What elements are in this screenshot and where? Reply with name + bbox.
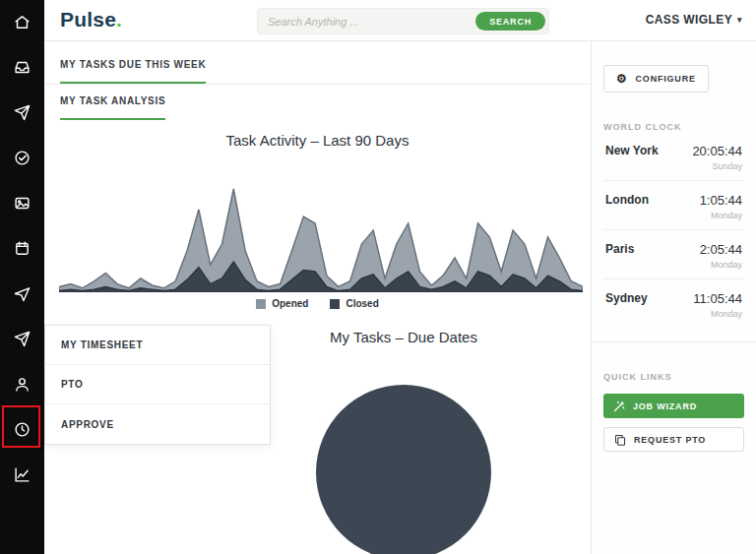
legend-label-closed: Closed [346,298,378,309]
city-day: Monday [693,309,742,319]
city-name: London [605,193,649,207]
menu-item-my-timesheet[interactable]: MY TIMESHEET [45,326,270,365]
legend-item-closed: Closed [330,298,378,309]
request-pto-label: REQUEST PTO [634,435,706,445]
job-wizard-button[interactable]: JOB WIZARD [603,394,744,418]
top-header: Pulse. SEARCH CASS WIGLEY ▾ [44,0,756,41]
city-time: 20:05:44 [692,144,742,158]
city-time: 1:05:44 [700,193,742,208]
tab-my-task-analysis[interactable]: MY TASK ANALYSIS [60,95,165,120]
rocket-icon[interactable] [14,330,32,347]
city-name: Paris [605,242,634,256]
right-sidebar: ⚙ CONFIGURE WORLD CLOCK New York 20:05:4… [591,41,756,554]
pie-chart-title: My Tasks – Due Dates [217,329,591,345]
logo-text: Pulse [60,8,116,31]
tasks-due-tab-row: MY TASKS DUE THIS WEEK [44,41,591,85]
search-input[interactable] [268,9,465,33]
app-window: Pulse. SEARCH CASS WIGLEY ▾ MY TASKS DUE… [0,0,756,554]
left-sidebar [0,0,44,554]
main-content: MY TASKS DUE THIS WEEK MY TASK ANALYSIS … [44,41,591,554]
magic-wand-icon [613,400,625,412]
user-name: CASS WIGLEY [646,13,732,27]
user-icon[interactable] [14,375,32,393]
legend-item-opened: Opened [256,298,308,309]
configure-label: CONFIGURE [636,74,696,84]
gear-icon: ⚙ [616,72,628,86]
city-name: Sydney [605,291,648,305]
clock-row-paris: Paris 2:05:44 Monday [603,230,744,279]
app-logo[interactable]: Pulse. [60,8,122,31]
request-pto-button[interactable]: REQUEST PTO [603,427,744,452]
world-clock-heading: WORLD CLOCK [603,122,744,132]
clock-row-new-york: New York 20:05:44 Sunday [603,132,744,181]
copy-document-icon [614,434,626,446]
area-chart-title: Task Activity – Last 90 Days [44,132,591,149]
panel-divider [592,341,756,342]
clock-icon[interactable] [14,420,32,438]
legend-label-opened: Opened [272,298,308,309]
inbox-icon[interactable] [14,58,32,76]
job-wizard-label: JOB WIZARD [633,401,697,411]
city-name: New York [605,144,659,157]
pie-section: My Tasks – Due Dates [217,329,591,554]
menu-item-approve[interactable]: APPROVE [45,404,270,444]
chevron-down-icon: ▾ [737,15,742,25]
search-bar: SEARCH [257,8,549,34]
tab-my-tasks-due-this-week[interactable]: MY TASKS DUE THIS WEEK [60,59,206,84]
city-day: Monday [700,260,742,270]
clock-row-sydney: Sydney 11:05:44 Monday [603,279,744,328]
configure-button[interactable]: ⚙ CONFIGURE [603,65,709,92]
chart-icon[interactable] [14,465,32,483]
logo-dot: . [116,8,122,31]
user-menu[interactable]: CASS WIGLEY ▾ [646,13,742,27]
quick-links-heading: QUICK LINKS [603,372,744,382]
menu-item-pto[interactable]: PTO [45,365,270,404]
check-circle-icon[interactable] [14,149,32,166]
city-time: 2:05:44 [700,242,742,257]
clock-row-london: London 1:05:44 Monday [603,181,744,230]
calendar-icon[interactable] [14,239,32,257]
task-analysis-tab-row: MY TASK ANALYSIS [44,85,591,120]
image-icon[interactable] [14,194,32,212]
chart-legend: Opened Closed [44,298,591,309]
area-chart [59,154,583,292]
nav-dropdown-menu: MY TIMESHEET PTO APPROVE [44,325,271,445]
home-icon[interactable] [14,13,32,31]
closed-swatch [330,299,340,309]
city-time: 11:05:44 [693,291,742,306]
plane-icon[interactable] [14,284,32,302]
send-icon[interactable] [14,103,32,121]
pie-chart [316,385,491,554]
opened-swatch [256,299,266,309]
search-button[interactable]: SEARCH [475,12,545,31]
city-day: Monday [700,211,742,220]
city-day: Sunday [692,161,742,171]
